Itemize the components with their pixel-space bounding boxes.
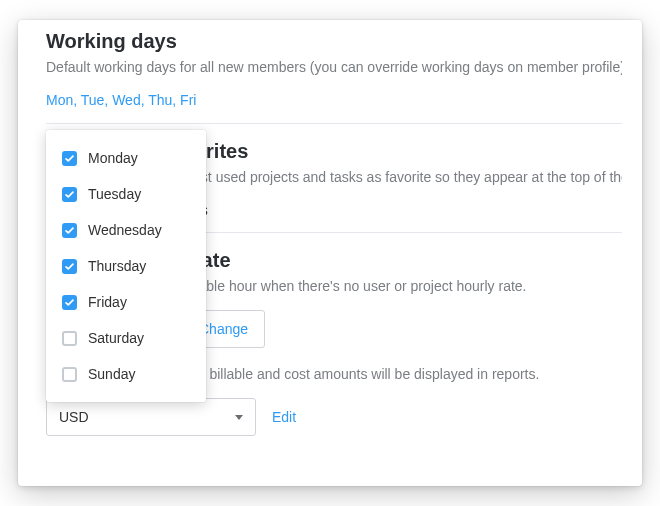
day-label: Tuesday bbox=[88, 186, 141, 202]
day-option-friday[interactable]: Friday bbox=[46, 284, 206, 320]
day-label: Wednesday bbox=[88, 222, 162, 238]
checkbox-icon bbox=[62, 331, 77, 346]
day-label: Saturday bbox=[88, 330, 144, 346]
checkbox-icon bbox=[62, 259, 77, 274]
currency-edit-link[interactable]: Edit bbox=[272, 409, 296, 425]
chevron-down-icon bbox=[235, 415, 243, 420]
day-option-wednesday[interactable]: Wednesday bbox=[46, 212, 206, 248]
working-days-dropdown[interactable]: Monday Tuesday Wednesday Thursday Friday… bbox=[46, 130, 206, 402]
checkbox-icon bbox=[62, 151, 77, 166]
checkbox-icon bbox=[62, 223, 77, 238]
favorites-subtitle-visible: most used projects and tasks as favorite… bbox=[181, 169, 622, 185]
checkbox-icon bbox=[62, 367, 77, 382]
currency-subtitle-visible: the billable and cost amounts will be di… bbox=[186, 366, 539, 382]
checkbox-icon bbox=[62, 187, 77, 202]
working-days-title: Working days bbox=[46, 30, 622, 53]
day-label: Monday bbox=[88, 150, 138, 166]
working-days-subtitle: Default working days for all new members… bbox=[46, 57, 622, 77]
day-option-tuesday[interactable]: Tuesday bbox=[46, 176, 206, 212]
day-option-sunday[interactable]: Sunday bbox=[46, 356, 206, 392]
section-working-days: Working days Default working days for al… bbox=[46, 30, 622, 123]
day-label: Friday bbox=[88, 294, 127, 310]
currency-selected-value: USD bbox=[59, 409, 89, 425]
billable-rate-subtitle-visible: billable hour when there's no user or pr… bbox=[181, 278, 526, 294]
day-label: Thursday bbox=[88, 258, 146, 274]
day-label: Sunday bbox=[88, 366, 135, 382]
day-option-monday[interactable]: Monday bbox=[46, 140, 206, 176]
working-days-selected-link[interactable]: Mon, Tue, Wed, Thu, Fri bbox=[46, 92, 196, 108]
day-option-thursday[interactable]: Thursday bbox=[46, 248, 206, 284]
day-option-saturday[interactable]: Saturday bbox=[46, 320, 206, 356]
checkbox-icon bbox=[62, 295, 77, 310]
currency-select[interactable]: USD bbox=[46, 398, 256, 436]
